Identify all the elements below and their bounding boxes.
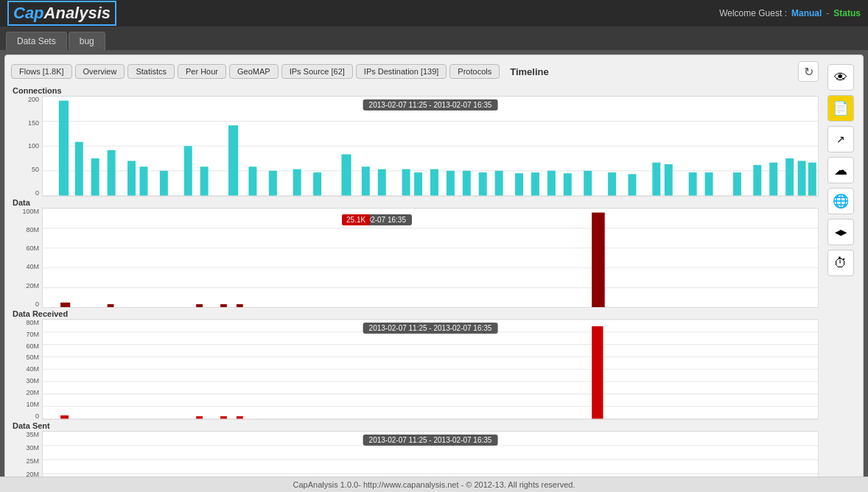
data-sent-title: Data Sent <box>11 421 819 430</box>
svg-rect-44 <box>798 161 806 195</box>
svg-rect-35 <box>628 174 636 195</box>
nav-tab-bug[interactable]: bug <box>69 32 105 50</box>
tab-timeline[interactable]: Timeline <box>503 64 556 80</box>
nav-icon: ◀▶ <box>835 228 847 237</box>
clock-icon: ⏱ <box>834 256 847 271</box>
data-received-chart-body: 2013-02-07 11:25 - 2013-02-07 16:35 <box>42 319 819 420</box>
tab-geomap[interactable]: GeoMAP <box>229 64 279 79</box>
svg-rect-31 <box>547 171 556 196</box>
svg-rect-25 <box>447 171 455 196</box>
data-received-y-axis: 80M 70M 60M 50M 40M 30M 20M 10M 0 <box>11 319 42 420</box>
data-received-title: Data Received <box>11 309 819 318</box>
svg-rect-54 <box>196 304 203 307</box>
tab-overview[interactable]: Overview <box>75 64 125 79</box>
tab-ips-source[interactable]: IPs Source [62] <box>281 64 353 79</box>
status-link[interactable]: Status <box>833 8 861 18</box>
svg-rect-5 <box>59 101 69 196</box>
connections-chart-wrap: 200 150 100 50 0 2013-02-07 11:25 - 2013… <box>11 96 819 197</box>
svg-rect-56 <box>237 304 243 307</box>
connections-y-axis: 200 150 100 50 0 <box>11 96 42 197</box>
history-button[interactable]: ⏱ <box>827 250 854 276</box>
manual-link[interactable]: Manual <box>791 8 822 18</box>
data-title: Data <box>11 198 819 207</box>
svg-rect-29 <box>515 173 523 195</box>
logo-analysis: Analysis <box>44 4 111 22</box>
tab-ips-destination[interactable]: IPs Destination [139] <box>356 64 447 79</box>
data-received-tooltip: 2013-02-07 11:25 - 2013-02-07 16:35 <box>363 323 498 334</box>
svg-rect-20 <box>362 166 370 195</box>
data-y-axis: 100M 80M 60M 40M 20M 0 <box>11 208 42 309</box>
svg-rect-37 <box>665 164 673 196</box>
svg-rect-40 <box>733 172 741 195</box>
charts-container: Connections 200 150 100 50 0 2013-02-07 … <box>11 86 819 492</box>
file-icon: 📄 <box>833 100 849 116</box>
connections-chart-body: 2013-02-07 11:25 - 2013-02-07 16:35 <box>42 96 819 197</box>
connections-title: Connections <box>11 86 819 95</box>
svg-rect-27 <box>479 172 487 195</box>
svg-rect-16 <box>269 171 277 196</box>
svg-rect-14 <box>228 125 238 195</box>
view-button[interactable]: 👁 <box>827 64 854 91</box>
tab-protocols[interactable]: Protocols <box>449 64 500 79</box>
data-received-chart-wrap: 80M 70M 60M 50M 40M 30M 20M 10M 0 2013-0… <box>11 319 819 420</box>
svg-rect-41 <box>753 165 761 195</box>
data-sent-tooltip: 2013-02-07 11:25 - 2013-02-07 16:35 <box>363 435 498 446</box>
svg-rect-42 <box>769 163 777 196</box>
svg-rect-6 <box>75 142 83 196</box>
svg-rect-71 <box>237 416 243 418</box>
eye-icon: 👁 <box>834 70 847 85</box>
separator: - <box>826 8 829 18</box>
footer-text: CapAnalysis 1.0.0- http://www.capanalysi… <box>293 480 575 489</box>
svg-rect-36 <box>652 163 660 196</box>
svg-rect-26 <box>463 171 471 196</box>
nav-tab-datasets[interactable]: Data Sets <box>6 32 67 50</box>
nav-bar: Data Sets bug <box>0 27 868 50</box>
data-chart-section: Data 100M 80M 60M 40M 20M 0 2013-02-07 1… <box>11 198 819 309</box>
svg-rect-9 <box>127 161 136 195</box>
tab-per-hour[interactable]: Per Hour <box>178 64 226 79</box>
svg-rect-17 <box>293 169 301 196</box>
logo: CapAnalysis <box>7 1 116 26</box>
cloud-button[interactable]: ☁ <box>827 157 854 183</box>
svg-rect-57 <box>592 212 605 307</box>
share-icon: ↗ <box>836 133 845 145</box>
svg-rect-24 <box>430 169 438 196</box>
logo-text: CapAnalysis <box>13 4 111 22</box>
chart-area: Flows [1.8K] Overview Statistcs Per Hour… <box>11 61 819 492</box>
svg-rect-55 <box>220 304 227 307</box>
svg-rect-10 <box>140 166 148 195</box>
data-received-svg <box>43 320 818 419</box>
connections-tooltip: 2013-02-07 11:25 - 2013-02-07 16:35 <box>363 99 498 110</box>
data-tooltip-value: 25.1K <box>342 214 370 225</box>
refresh-button[interactable]: ↻ <box>798 61 819 82</box>
cloud-icon: ☁ <box>834 162 847 178</box>
svg-rect-23 <box>414 172 422 195</box>
svg-rect-11 <box>160 171 168 196</box>
svg-rect-69 <box>196 416 203 418</box>
svg-rect-18 <box>313 172 321 195</box>
svg-rect-28 <box>495 171 503 196</box>
svg-rect-45 <box>808 163 816 196</box>
tab-flows[interactable]: Flows [1.8K] <box>11 64 72 79</box>
share-button[interactable]: ↗ <box>827 126 854 152</box>
svg-rect-68 <box>60 415 69 418</box>
tab-statistics[interactable]: Statistcs <box>127 64 175 79</box>
nav-button[interactable]: ◀▶ <box>827 219 854 245</box>
svg-rect-72 <box>592 326 603 419</box>
svg-rect-38 <box>689 172 697 195</box>
svg-rect-70 <box>220 416 227 418</box>
svg-rect-32 <box>564 173 572 195</box>
svg-rect-8 <box>108 150 116 196</box>
data-chart-wrap: 100M 80M 60M 40M 20M 0 2013-02-07 16:35 … <box>11 208 819 309</box>
file-button[interactable]: 📄 <box>827 95 854 122</box>
svg-rect-39 <box>705 172 713 195</box>
header-right: Welcome Guest : Manual - Status <box>719 8 861 18</box>
data-received-chart-section: Data Received 80M 70M 60M 50M 40M 30M 20… <box>11 309 819 420</box>
svg-rect-15 <box>248 166 256 195</box>
connections-chart-section: Connections 200 150 100 50 0 2013-02-07 … <box>11 86 819 197</box>
connections-svg <box>43 96 818 196</box>
app-header: CapAnalysis Welcome Guest : Manual - Sta… <box>0 0 868 27</box>
main-content: Flows [1.8K] Overview Statistcs Per Hour… <box>4 55 864 492</box>
welcome-text: Welcome Guest : <box>719 8 787 18</box>
globe-button[interactable]: 🌐 <box>827 188 854 214</box>
